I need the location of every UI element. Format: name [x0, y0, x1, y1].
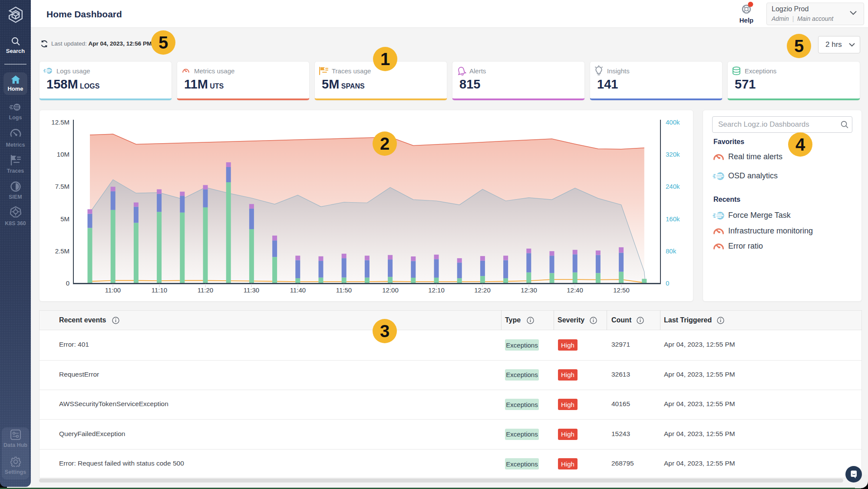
svg-text:12.5M: 12.5M	[51, 118, 69, 126]
svg-text:240k: 240k	[666, 183, 680, 190]
svg-text:11:20: 11:20	[198, 286, 213, 294]
svg-text:7.5M: 7.5M	[55, 183, 69, 190]
svg-text:12:50: 12:50	[613, 286, 630, 294]
svg-text:10M: 10M	[57, 151, 69, 158]
svg-text:12:30: 12:30	[521, 286, 537, 294]
svg-text:11:10: 11:10	[152, 286, 167, 294]
svg-text:11:30: 11:30	[244, 286, 259, 294]
svg-text:11:00: 11:00	[105, 286, 121, 294]
svg-text:11:50: 11:50	[336, 286, 352, 294]
svg-text:0: 0	[66, 279, 69, 287]
svg-text:2.5M: 2.5M	[55, 247, 69, 255]
svg-text:160k: 160k	[666, 215, 680, 223]
svg-text:0: 0	[666, 279, 669, 287]
svg-text:12:10: 12:10	[428, 286, 445, 294]
svg-text:12:40: 12:40	[567, 286, 583, 294]
svg-text:5M: 5M	[60, 215, 69, 223]
svg-text:320k: 320k	[666, 151, 680, 158]
svg-text:400k: 400k	[666, 118, 680, 126]
svg-text:11:40: 11:40	[290, 286, 306, 294]
svg-text:12:20: 12:20	[474, 286, 491, 294]
svg-text:12:00: 12:00	[382, 286, 399, 294]
svg-text:80k: 80k	[666, 247, 677, 255]
